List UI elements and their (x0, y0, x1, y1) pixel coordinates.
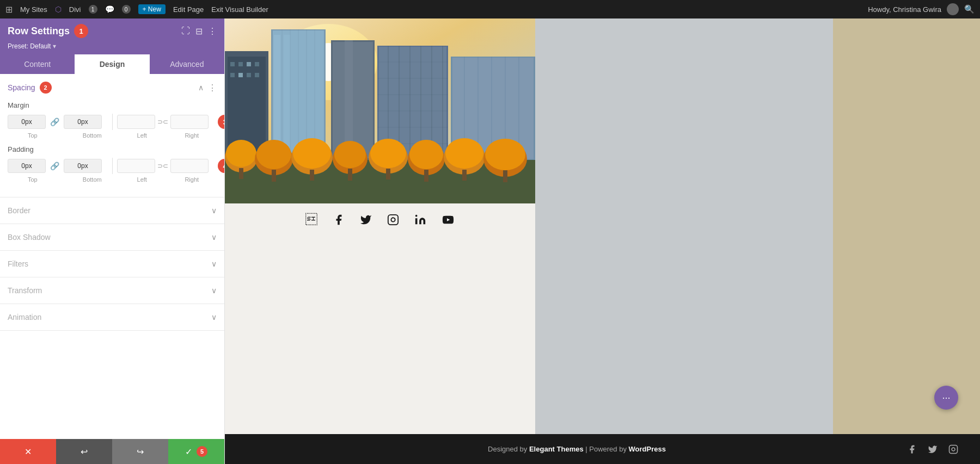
animation-chevron-icon[interactable]: ∨ (211, 313, 217, 321)
site-footer: Designed by Elegant Themes | Powered by … (225, 434, 980, 464)
svg-rect-52 (272, 170, 276, 182)
transform-header[interactable]: Transform ∨ (0, 277, 224, 304)
preview-area:  Des (225, 18, 980, 464)
margin-sublabels: Top Bottom Left Right (8, 132, 217, 139)
box-shadow-header[interactable]: Box Shadow ∨ (0, 224, 224, 250)
spacing-section: Spacing 2 ∧ ⋮ Margin 🔗 (0, 74, 224, 197)
spacing-content: Margin 🔗 ⊃⊂ 3 (0, 101, 224, 197)
instagram-svg-icon[interactable] (387, 214, 399, 226)
admin-bar-right: Howdy, Christina Gwira 🔍 (868, 3, 975, 15)
margin-unlink-icon[interactable]: ⊃⊂ (157, 118, 168, 126)
padding-sublabels: Top Bottom Left Right (8, 176, 217, 183)
dots-icon: ··· (942, 392, 950, 404)
youtube-svg-icon[interactable] (442, 214, 455, 226)
footer-center: Designed by Elegant Themes | Powered by … (247, 445, 907, 453)
padding-top-bottom-group: 🔗 (8, 159, 108, 173)
animation-title: Animation (8, 313, 41, 321)
margin-top-input[interactable] (8, 115, 46, 129)
fullscreen-icon[interactable]: ⛶ (181, 26, 190, 36)
facebook-svg-icon[interactable] (333, 214, 345, 226)
tab-design[interactable]: Design (75, 54, 149, 74)
undo-icon: ↩ (81, 447, 88, 457)
my-sites-link[interactable]: My Sites (20, 5, 47, 14)
svg-rect-9 (230, 73, 235, 77)
footer-instagram-icon[interactable] (948, 444, 958, 454)
divider-vertical-2 (112, 158, 113, 174)
border-chevron-icon[interactable]: ∨ (211, 206, 217, 215)
svg-rect-12 (255, 73, 259, 77)
exit-visual-builder-link[interactable]: Exit Visual Builder (211, 5, 268, 14)
padding-left-input[interactable] (117, 159, 155, 173)
svg-rect-16 (284, 35, 290, 154)
preset-text: Preset: Default (8, 42, 51, 50)
padding-link-icon[interactable]: 🔗 (48, 162, 62, 170)
undo-button[interactable]: ↩ (56, 439, 112, 464)
padding-right-input[interactable] (170, 159, 209, 173)
padding-unlink-icon[interactable]: ⊃⊂ (157, 162, 168, 170)
twitter-svg-icon[interactable] (360, 214, 372, 226)
margin-top-bottom-group: 🔗 (8, 115, 108, 129)
border-title: Border (8, 206, 30, 215)
padding-left-label: Left (117, 176, 167, 183)
social-icons-bar:  (225, 203, 535, 236)
svg-point-66 (445, 138, 483, 169)
transform-chevron-icon[interactable]: ∨ (211, 286, 217, 295)
svg-rect-11 (247, 73, 251, 77)
more-options-icon[interactable]: ⋮ (208, 26, 217, 36)
panel-body: Spacing 2 ∧ ⋮ Margin 🔗 (0, 74, 224, 439)
panel-header: Row Settings 1 ⛶ ⊟ ⋮ Preset: Default ▾ (0, 18, 224, 54)
svg-point-74 (415, 215, 418, 217)
box-shadow-section: Box Shadow ∨ (0, 224, 224, 251)
comment-bubble-count[interactable]: 0 (122, 5, 131, 14)
svg-rect-67 (462, 170, 467, 181)
facebook-icon[interactable]:  (305, 213, 317, 227)
wordpress-text: WordPress (629, 445, 666, 453)
user-avatar (947, 3, 959, 15)
svg-rect-49 (239, 168, 243, 179)
edit-page-link[interactable]: Edit Page (173, 5, 204, 14)
divi-link[interactable]: Divi (69, 5, 81, 14)
margin-link-icon[interactable]: 🔗 (48, 117, 62, 126)
tab-advanced[interactable]: Advanced (150, 54, 224, 74)
cancel-icon: ✕ (24, 447, 32, 457)
hero-row (225, 18, 980, 203)
cancel-button[interactable]: ✕ (0, 439, 56, 464)
border-header[interactable]: Border ∨ (0, 197, 224, 224)
redo-button[interactable]: ↪ (112, 439, 168, 464)
animation-header[interactable]: Animation ∨ (0, 304, 224, 330)
margin-right-label: Right (167, 132, 217, 139)
spacing-section-header[interactable]: Spacing 2 ∧ ⋮ (0, 74, 224, 101)
footer-text: Designed by Elegant Themes | Powered by … (488, 445, 666, 453)
footer-facebook-icon[interactable] (907, 444, 917, 454)
svg-rect-55 (310, 170, 314, 181)
new-button[interactable]: + New (138, 4, 166, 14)
svg-rect-6 (238, 62, 243, 66)
margin-bottom-input[interactable] (64, 115, 102, 129)
columns-icon[interactable]: ⊟ (195, 26, 203, 36)
filters-chevron-icon[interactable]: ∨ (211, 259, 217, 268)
search-icon[interactable]: 🔍 (964, 4, 975, 14)
wp-logo-icon[interactable]: ⊞ (5, 4, 13, 15)
spacing-controls: ∧ ⋮ (198, 83, 217, 93)
admin-bar-left: ⊞ My Sites ⬡ Divi 1 💬 0 + New Edit Page … (5, 4, 860, 15)
filters-header[interactable]: Filters ∨ (0, 251, 224, 277)
badge-1: 1 (74, 24, 88, 38)
tab-content[interactable]: Content (0, 54, 75, 74)
margin-left-input[interactable] (117, 115, 155, 129)
filters-title: Filters (8, 259, 28, 268)
preset-row[interactable]: Preset: Default ▾ (8, 42, 217, 54)
spacing-more-icon[interactable]: ⋮ (208, 83, 217, 93)
content-right-grey (535, 236, 833, 434)
margin-right-input[interactable] (170, 115, 209, 129)
spacing-chevron-up-icon[interactable]: ∧ (198, 83, 204, 92)
badge-4: 4 (218, 159, 224, 173)
padding-top-input[interactable] (8, 159, 46, 173)
padding-label: Padding (8, 145, 217, 153)
linkedin-svg-icon[interactable] (414, 214, 426, 226)
save-button[interactable]: ✓ 5 (168, 439, 224, 464)
padding-bottom-input[interactable] (64, 159, 102, 173)
footer-twitter-icon[interactable] (928, 444, 938, 454)
comments-count[interactable]: 1 (89, 5, 97, 14)
box-shadow-chevron-icon[interactable]: ∨ (211, 233, 217, 242)
floating-menu-button[interactable]: ··· (934, 386, 958, 410)
